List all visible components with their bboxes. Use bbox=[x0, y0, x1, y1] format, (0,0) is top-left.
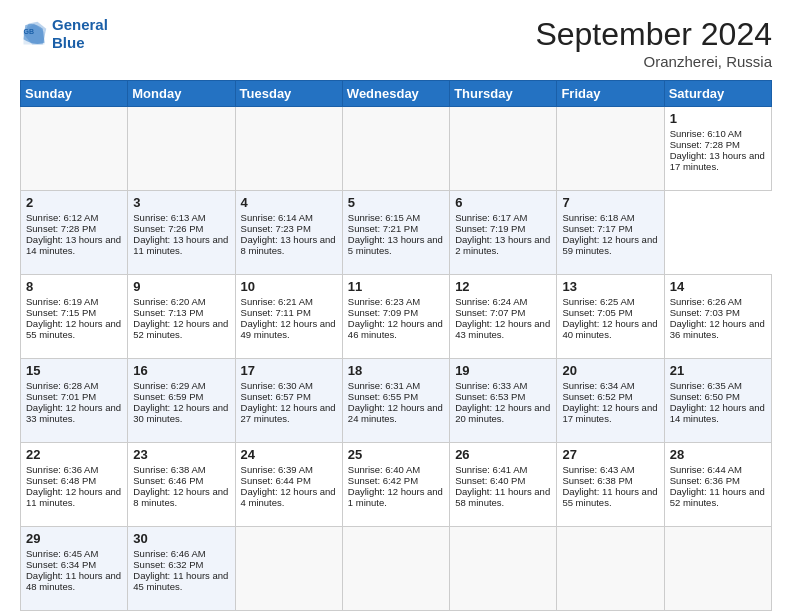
day-number: 14 bbox=[670, 279, 766, 294]
calendar-cell: 25Sunrise: 6:40 AMSunset: 6:42 PMDayligh… bbox=[342, 443, 449, 527]
sunset: Sunset: 7:13 PM bbox=[133, 307, 203, 318]
sunset: Sunset: 7:28 PM bbox=[26, 223, 96, 234]
sunrise: Sunrise: 6:33 AM bbox=[455, 380, 527, 391]
sunset: Sunset: 7:28 PM bbox=[670, 139, 740, 150]
sunset: Sunset: 7:26 PM bbox=[133, 223, 203, 234]
daylight: Daylight: 12 hours and 46 minutes. bbox=[348, 318, 443, 340]
calendar-cell bbox=[21, 107, 128, 191]
sunrise: Sunrise: 6:36 AM bbox=[26, 464, 98, 475]
sunset: Sunset: 7:09 PM bbox=[348, 307, 418, 318]
sunset: Sunset: 7:11 PM bbox=[241, 307, 311, 318]
calendar-cell: 1Sunrise: 6:10 AMSunset: 7:28 PMDaylight… bbox=[664, 107, 771, 191]
daylight: Daylight: 13 hours and 11 minutes. bbox=[133, 234, 228, 256]
sunset: Sunset: 6:59 PM bbox=[133, 391, 203, 402]
day-number: 6 bbox=[455, 195, 551, 210]
calendar-cell: 10Sunrise: 6:21 AMSunset: 7:11 PMDayligh… bbox=[235, 275, 342, 359]
sunset: Sunset: 6:52 PM bbox=[562, 391, 632, 402]
calendar-cell: 29Sunrise: 6:45 AMSunset: 6:34 PMDayligh… bbox=[21, 527, 128, 611]
daylight: Daylight: 13 hours and 17 minutes. bbox=[670, 150, 765, 172]
sunrise: Sunrise: 6:20 AM bbox=[133, 296, 205, 307]
sunrise: Sunrise: 6:34 AM bbox=[562, 380, 634, 391]
calendar-cell: 12Sunrise: 6:24 AMSunset: 7:07 PMDayligh… bbox=[450, 275, 557, 359]
daylight: Daylight: 12 hours and 1 minute. bbox=[348, 486, 443, 508]
sunset: Sunset: 6:40 PM bbox=[455, 475, 525, 486]
calendar-cell: 21Sunrise: 6:35 AMSunset: 6:50 PMDayligh… bbox=[664, 359, 771, 443]
daylight: Daylight: 12 hours and 20 minutes. bbox=[455, 402, 550, 424]
daylight: Daylight: 12 hours and 55 minutes. bbox=[26, 318, 121, 340]
day-number: 26 bbox=[455, 447, 551, 462]
sunrise: Sunrise: 6:19 AM bbox=[26, 296, 98, 307]
daylight: Daylight: 13 hours and 2 minutes. bbox=[455, 234, 550, 256]
day-number: 7 bbox=[562, 195, 658, 210]
daylight: Daylight: 13 hours and 5 minutes. bbox=[348, 234, 443, 256]
calendar-cell: 14Sunrise: 6:26 AMSunset: 7:03 PMDayligh… bbox=[664, 275, 771, 359]
sunset: Sunset: 7:19 PM bbox=[455, 223, 525, 234]
day-number: 29 bbox=[26, 531, 122, 546]
calendar-cell: 26Sunrise: 6:41 AMSunset: 6:40 PMDayligh… bbox=[450, 443, 557, 527]
day-header-saturday: Saturday bbox=[664, 81, 771, 107]
day-number: 10 bbox=[241, 279, 337, 294]
sunset: Sunset: 6:50 PM bbox=[670, 391, 740, 402]
calendar-cell bbox=[235, 527, 342, 611]
sunset: Sunset: 7:01 PM bbox=[26, 391, 96, 402]
day-number: 20 bbox=[562, 363, 658, 378]
sunset: Sunset: 7:21 PM bbox=[348, 223, 418, 234]
sunrise: Sunrise: 6:26 AM bbox=[670, 296, 742, 307]
calendar-table: SundayMondayTuesdayWednesdayThursdayFrid… bbox=[20, 80, 772, 611]
daylight: Daylight: 12 hours and 49 minutes. bbox=[241, 318, 336, 340]
calendar-cell: 13Sunrise: 6:25 AMSunset: 7:05 PMDayligh… bbox=[557, 275, 664, 359]
logo-line1: General bbox=[52, 16, 108, 33]
sunrise: Sunrise: 6:15 AM bbox=[348, 212, 420, 223]
day-header-sunday: Sunday bbox=[21, 81, 128, 107]
daylight: Daylight: 11 hours and 45 minutes. bbox=[133, 570, 228, 592]
svg-text:GB: GB bbox=[24, 28, 35, 35]
month-title: September 2024 bbox=[535, 16, 772, 53]
day-number: 3 bbox=[133, 195, 229, 210]
calendar-cell bbox=[128, 107, 235, 191]
sunrise: Sunrise: 6:39 AM bbox=[241, 464, 313, 475]
calendar-cell: 20Sunrise: 6:34 AMSunset: 6:52 PMDayligh… bbox=[557, 359, 664, 443]
calendar-body: 1Sunrise: 6:10 AMSunset: 7:28 PMDaylight… bbox=[21, 107, 772, 611]
calendar-cell: 3Sunrise: 6:13 AMSunset: 7:26 PMDaylight… bbox=[128, 191, 235, 275]
day-number: 11 bbox=[348, 279, 444, 294]
sunrise: Sunrise: 6:43 AM bbox=[562, 464, 634, 475]
daylight: Daylight: 12 hours and 59 minutes. bbox=[562, 234, 657, 256]
sunset: Sunset: 6:38 PM bbox=[562, 475, 632, 486]
daylight: Daylight: 12 hours and 17 minutes. bbox=[562, 402, 657, 424]
calendar-cell: 15Sunrise: 6:28 AMSunset: 7:01 PMDayligh… bbox=[21, 359, 128, 443]
day-header-friday: Friday bbox=[557, 81, 664, 107]
day-header-tuesday: Tuesday bbox=[235, 81, 342, 107]
daylight: Daylight: 12 hours and 43 minutes. bbox=[455, 318, 550, 340]
calendar-week-row: 29Sunrise: 6:45 AMSunset: 6:34 PMDayligh… bbox=[21, 527, 772, 611]
calendar-cell: 6Sunrise: 6:17 AMSunset: 7:19 PMDaylight… bbox=[450, 191, 557, 275]
calendar-cell bbox=[450, 107, 557, 191]
calendar-cell: 30Sunrise: 6:46 AMSunset: 6:32 PMDayligh… bbox=[128, 527, 235, 611]
day-number: 9 bbox=[133, 279, 229, 294]
day-number: 24 bbox=[241, 447, 337, 462]
sunset: Sunset: 6:32 PM bbox=[133, 559, 203, 570]
sunset: Sunset: 6:34 PM bbox=[26, 559, 96, 570]
day-number: 13 bbox=[562, 279, 658, 294]
sunset: Sunset: 7:07 PM bbox=[455, 307, 525, 318]
header: GB General Blue September 2024 Oranzhere… bbox=[20, 16, 772, 70]
daylight: Daylight: 12 hours and 30 minutes. bbox=[133, 402, 228, 424]
sunrise: Sunrise: 6:14 AM bbox=[241, 212, 313, 223]
calendar-cell: 8Sunrise: 6:19 AMSunset: 7:15 PMDaylight… bbox=[21, 275, 128, 359]
day-number: 28 bbox=[670, 447, 766, 462]
day-number: 19 bbox=[455, 363, 551, 378]
calendar-cell: 11Sunrise: 6:23 AMSunset: 7:09 PMDayligh… bbox=[342, 275, 449, 359]
day-number: 16 bbox=[133, 363, 229, 378]
daylight: Daylight: 12 hours and 36 minutes. bbox=[670, 318, 765, 340]
calendar-cell: 18Sunrise: 6:31 AMSunset: 6:55 PMDayligh… bbox=[342, 359, 449, 443]
calendar-cell bbox=[450, 527, 557, 611]
day-number: 15 bbox=[26, 363, 122, 378]
location-title: Oranzherei, Russia bbox=[535, 53, 772, 70]
day-number: 17 bbox=[241, 363, 337, 378]
sunset: Sunset: 6:55 PM bbox=[348, 391, 418, 402]
daylight: Daylight: 12 hours and 8 minutes. bbox=[133, 486, 228, 508]
day-number: 21 bbox=[670, 363, 766, 378]
calendar-cell: 7Sunrise: 6:18 AMSunset: 7:17 PMDaylight… bbox=[557, 191, 664, 275]
calendar-cell bbox=[557, 527, 664, 611]
sunrise: Sunrise: 6:21 AM bbox=[241, 296, 313, 307]
sunrise: Sunrise: 6:13 AM bbox=[133, 212, 205, 223]
